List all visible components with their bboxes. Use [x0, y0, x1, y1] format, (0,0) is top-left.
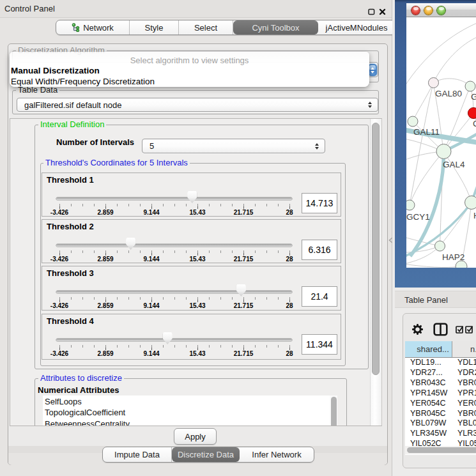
slider-scale-label: 2.859 — [86, 209, 125, 216]
slider-thumb[interactable] — [236, 284, 246, 296]
threshold-value-field[interactable]: 6.316 — [302, 240, 337, 260]
table-row[interactable]: YDL19... YDL19 — [405, 358, 476, 368]
slider-scale-label: -3.426 — [40, 302, 79, 309]
network-tree-icon — [72, 23, 80, 32]
slider-thumb[interactable] — [187, 191, 197, 203]
node-gal80[interactable] — [429, 78, 439, 88]
tab-discretize-data[interactable]: Discretize Data — [172, 447, 240, 462]
table-row[interactable]: YBL079W YBL07 — [405, 418, 476, 429]
control-panel-window: Control Panel Network — [0, 0, 392, 476]
tab-label: Select — [194, 23, 217, 33]
table-row[interactable]: YPR145W YPR14 — [405, 388, 476, 399]
checkbox-icon[interactable] — [456, 325, 464, 336]
network-window-titlebar[interactable] — [406, 3, 476, 17]
node-hap2[interactable] — [435, 241, 445, 251]
slider-track[interactable] — [56, 291, 292, 293]
slider-track[interactable] — [56, 339, 292, 341]
table-data-combobox[interactable]: galFiltered.sif default node — [17, 98, 378, 112]
scrollbar-thumb[interactable] — [407, 447, 476, 453]
slider-minor-ticks — [59, 297, 291, 300]
table-cell: YBL079W — [405, 418, 452, 429]
apply-button-label: Apply — [185, 432, 206, 441]
list-item[interactable]: TopologicalCoefficient — [43, 407, 330, 418]
threshold-value-field[interactable]: 21.4 — [302, 286, 337, 307]
threshold-label: Threshold 3 — [47, 268, 94, 278]
popup-prompt-item[interactable]: Select algorithm to view settings — [10, 56, 369, 65]
network-graph: GAL80 GA C GAL11 GAL4 GCY1 H HAP2 — [406, 17, 476, 268]
table-row[interactable]: YDR27... YDR27 — [405, 368, 476, 378]
algorithm-dropdown-popup: Select algorithm to view settings Manual… — [10, 52, 369, 87]
table-horizontal-scrollbar[interactable] — [405, 446, 476, 454]
table-row[interactable]: YER054C YER05 — [405, 399, 476, 409]
columns-icon[interactable] — [433, 323, 448, 339]
slider-scale-label: -3.426 — [40, 256, 79, 263]
close-icon[interactable] — [379, 6, 386, 18]
panel-scrollbar[interactable] — [370, 119, 381, 426]
slider-thumb[interactable] — [126, 238, 135, 250]
close-traffic-light[interactable] — [411, 6, 420, 15]
slider-scale: -3.426 2.859 9.144 15.43 21.715 28 — [42, 350, 342, 358]
list-item[interactable]: BetweennessCentrality — [43, 418, 330, 426]
tab-network[interactable]: Network — [56, 20, 130, 35]
tab-cyni-toolbox[interactable]: Cyni Toolbox — [233, 20, 318, 35]
tab-label: Impute Data — [114, 450, 160, 459]
slider-scale-label: 15.43 — [178, 209, 217, 216]
scrollbar-thumb[interactable] — [372, 123, 380, 375]
minimize-traffic-light[interactable] — [424, 6, 433, 15]
gear-icon[interactable] — [412, 324, 423, 337]
column-header-shared-name[interactable]: shared... — [405, 341, 452, 358]
tab-label: Cyni Toolbox — [252, 23, 299, 33]
node-gal4[interactable] — [436, 144, 451, 159]
list-item[interactable]: SelfLoops — [43, 395, 330, 407]
tab-label: Network — [83, 23, 114, 33]
combobox-stepper-icon[interactable] — [368, 64, 377, 76]
node-label: GAL80 — [435, 89, 462, 98]
threshold-value-field[interactable]: 11.344 — [302, 334, 337, 355]
table-row[interactable]: YLR345W YLR34 — [405, 429, 476, 439]
slider-track[interactable] — [56, 197, 292, 200]
slider-scale-label: 21.715 — [224, 256, 263, 263]
tab-label: Infer Network — [252, 450, 301, 459]
threshold-label: Threshold 2 — [47, 222, 94, 231]
node-gal11[interactable] — [408, 116, 418, 127]
tab-infer-network[interactable]: Infer Network — [240, 447, 314, 462]
scrollbar-thumb[interactable] — [331, 397, 337, 426]
popup-item-equal-width[interactable]: Equal Width/Frequency Discretization — [11, 77, 155, 86]
node-ga[interactable] — [465, 81, 475, 91]
tab-impute-data[interactable]: Impute Data — [103, 447, 172, 462]
float-window-icon[interactable] — [368, 6, 375, 18]
group-title: Attributes to discretize — [38, 374, 124, 383]
slider-thumb[interactable] — [163, 332, 173, 344]
table-row[interactable]: YBR043C YBR04 — [405, 378, 476, 388]
node-label: GA — [471, 92, 476, 102]
node-label: GAL4 — [443, 160, 465, 169]
threshold-value-field[interactable]: 14.713 — [302, 193, 337, 213]
number-of-intervals-combobox[interactable]: 5 — [142, 139, 325, 153]
combobox-arrows-icon — [368, 102, 372, 108]
table-row[interactable]: YBR045C YBR04 — [405, 409, 476, 419]
apply-button[interactable]: Apply — [174, 428, 217, 445]
node-gcy1[interactable] — [406, 200, 415, 210]
slider-track[interactable] — [56, 244, 292, 247]
network-canvas[interactable]: GAL80 GA C GAL11 GAL4 GCY1 H HAP2 — [406, 17, 476, 268]
slider-scale-label: 15.43 — [178, 350, 217, 357]
slider-scale: -3.426 2.859 9.144 15.43 21.715 28 — [42, 209, 342, 217]
slider-scale-label: 2.859 — [86, 350, 125, 357]
right-dock: GAL80 GA C GAL11 GAL4 GCY1 H HAP2 Table … — [392, 0, 476, 476]
node-c-red[interactable] — [468, 107, 476, 118]
network-view-window[interactable]: GAL80 GA C GAL11 GAL4 GCY1 H HAP2 — [395, 0, 476, 288]
tab-jactivemnodules[interactable]: jActiveMNodules — [318, 20, 395, 35]
tab-select[interactable]: Select — [179, 20, 233, 35]
table-panel-titlebar: Table Panel — [395, 291, 476, 308]
slider-scale-label: 9.144 — [132, 209, 171, 216]
attributes-list-scrollbar[interactable] — [330, 395, 337, 426]
slider-minor-ticks — [59, 250, 291, 253]
column-header-name[interactable]: n... — [452, 341, 476, 358]
zoom-traffic-light[interactable] — [437, 6, 445, 15]
popup-item-manual-discretization[interactable]: Manual Discretization — [11, 66, 100, 75]
tab-style[interactable]: Style — [130, 20, 179, 35]
table-cell: YDR27... — [405, 368, 452, 378]
slider-scale: -3.426 2.859 9.144 15.43 21.715 28 — [42, 256, 342, 263]
checkbox-icon[interactable] — [465, 325, 474, 336]
node-h[interactable] — [465, 196, 476, 210]
